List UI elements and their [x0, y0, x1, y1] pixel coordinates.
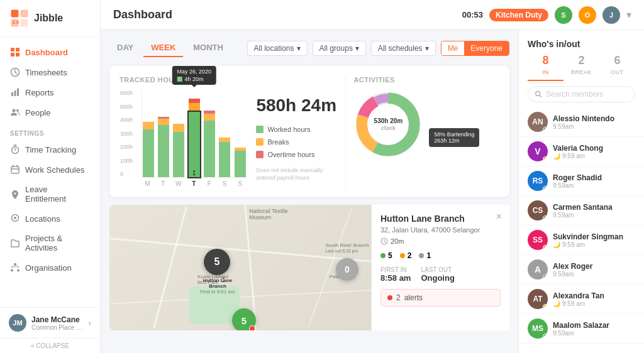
avatar: CS — [528, 200, 548, 220]
x-label-W: W — [172, 180, 184, 187]
bar-S2 — [234, 90, 246, 177]
donut-chart: 530h 20m clock 58% Bartending 263h 12m — [353, 90, 423, 159]
list-item: CS Carmen Santana 9:59am — [519, 196, 644, 225]
list-item: RS Roger Shadid 9:59am — [519, 166, 644, 196]
tab-break[interactable]: 2 BREAK — [564, 54, 599, 81]
svg-point-13 — [13, 109, 16, 112]
bar-worked — [219, 142, 230, 177]
legend-worked: Worked hours — [256, 126, 338, 133]
svg-rect-12 — [17, 89, 19, 96]
avatar: V — [528, 141, 548, 161]
list-item: AN Alessio Nintendo 9:59am — [519, 107, 644, 137]
bar-chart: 600h 500h 400h 300h 200h 100h 0 — [119, 90, 246, 187]
popup-close-button[interactable]: × — [496, 211, 502, 222]
popup-alerts[interactable]: 2 alerts — [380, 289, 501, 307]
svg-rect-11 — [14, 90, 16, 96]
map-section: National TextileMuseum Kuala LumpurBird … — [109, 205, 509, 330]
dot-orange — [400, 253, 405, 258]
sidebar-item-organisation[interactable]: Organisation — [0, 258, 100, 278]
project-icon — [10, 238, 20, 248]
marker-kl[interactable]: 5 — [232, 308, 256, 330]
svg-rect-21 — [17, 269, 19, 271]
tracked-hours-panel: TRACKED HOURS 600h 500h 400h — [119, 76, 338, 187]
legend-worked-icon — [256, 126, 264, 133]
member-info: Sukvinder Singman 🌙 9:59 am — [553, 232, 635, 248]
list-item: A Alex Roger 9:59am — [519, 255, 644, 285]
svg-point-18 — [14, 217, 16, 219]
toggle-everyone-btn[interactable]: Everyone — [464, 41, 509, 55]
avatar-s[interactable]: S — [555, 6, 572, 24]
status-dot-break — [543, 304, 548, 309]
header-menu-icon[interactable]: ▾ — [626, 9, 631, 21]
tab-day[interactable]: DAY — [109, 39, 141, 57]
marker-hutton-label: Hutton Lane Branch First in 9:01 am — [199, 278, 236, 295]
page-title: Dashboard — [113, 8, 172, 21]
search-icon — [535, 90, 542, 98]
tabs-bar: DAY WEEK MONTH All locations ▾ All group… — [109, 39, 509, 57]
count-break: 2 — [400, 251, 412, 260]
status-dot-in — [543, 127, 548, 132]
tab-in[interactable]: 8 IN — [528, 54, 564, 81]
leave-icon — [10, 189, 20, 199]
tab-week[interactable]: WEEK — [143, 39, 183, 57]
svg-rect-10 — [11, 92, 13, 96]
x-label-T2: T — [187, 180, 199, 187]
tab-month[interactable]: MONTH — [186, 39, 231, 57]
marker-south-river[interactable]: 0 — [336, 258, 358, 281]
alert-dot — [387, 295, 392, 300]
bar-breaks — [204, 114, 215, 121]
sidebar-label-locations: Locations — [25, 214, 60, 224]
tracked-hours-legend: 580h 24m Worked hours Breaks — [256, 90, 338, 187]
status-dot-in — [543, 186, 548, 191]
map-popup: × Hutton Lane Branch 32, Jalan Utara, 47… — [371, 205, 509, 330]
avatar-j[interactable]: J — [602, 6, 620, 24]
sidebar-label-projects: Projects & Activities — [25, 234, 90, 253]
org-icon — [10, 263, 20, 273]
member-info: Maalom Salazar 9:59am — [553, 321, 635, 337]
count-out: 1 — [419, 251, 431, 260]
schedules-filter[interactable]: All schedules ▾ — [371, 41, 436, 56]
sidebar-item-timesheets[interactable]: Timesheets — [0, 62, 100, 82]
sidebar-item-projects[interactable]: Projects & Activities — [0, 229, 100, 258]
sidebar-item-locations[interactable]: Locations — [0, 209, 100, 229]
donut-tooltip: 58% Bartending 263h 12m — [429, 128, 479, 147]
sidebar-item-reports[interactable]: Reports — [0, 82, 100, 102]
sidebar-item-people[interactable]: People — [0, 102, 100, 122]
bar-worked — [143, 129, 154, 177]
status-dot-break — [543, 156, 548, 161]
sidebar-label-work-schedules: Work Schedules — [25, 165, 84, 175]
sidebar-item-work-schedules[interactable]: Work Schedules — [0, 160, 100, 180]
user-info: Jane McCane Common Place Co. — [31, 315, 83, 331]
active-task-badge[interactable]: Kitchen Duty — [489, 9, 548, 21]
bar-W — [173, 90, 185, 177]
avatar-o[interactable]: O — [579, 6, 596, 24]
locations-filter[interactable]: All locations ▾ — [247, 41, 308, 56]
svg-rect-3 — [21, 19, 28, 27]
chart-icon — [10, 87, 20, 97]
filter-group: All locations ▾ All groups ▾ All schedul… — [247, 41, 510, 56]
avatar: AN — [528, 112, 548, 132]
popup-address: 32, Jalan Utara, 47000 Selangor — [380, 226, 501, 234]
tab-out[interactable]: 6 OUT — [599, 54, 635, 81]
toggle-me-btn[interactable]: Me — [441, 41, 465, 55]
sidebar-item-time-tracking[interactable]: Time Tracking — [0, 139, 100, 160]
groups-filter[interactable]: All groups ▾ — [313, 41, 366, 56]
sidebar-item-leave-entitlement[interactable]: Leave Entitlement — [0, 180, 100, 209]
tooltip-color — [177, 77, 182, 82]
sidebar-item-dashboard[interactable]: Dashboard — [0, 42, 100, 62]
bar-worked — [173, 132, 184, 177]
avatar: SS — [528, 230, 548, 250]
search-members-input[interactable]: Search members — [528, 86, 635, 102]
search-placeholder: Search members — [546, 90, 603, 99]
break-icon: 🌙 — [553, 153, 560, 160]
center-area: DAY WEEK MONTH All locations ▾ All group… — [101, 30, 518, 353]
legend-overtime: Overtime hours — [256, 151, 338, 158]
member-info: Carmen Santana 9:59am — [553, 203, 635, 219]
payroll-note: Does not include manually entered payrol… — [256, 167, 338, 182]
marker-hutton[interactable]: 5 — [204, 249, 230, 275]
collapse-button[interactable]: « COLLAPSE — [0, 338, 100, 353]
svg-rect-5 — [11, 48, 14, 52]
chart-divider — [345, 76, 346, 187]
road-1 — [153, 207, 188, 329]
status-dot-in — [543, 334, 548, 339]
